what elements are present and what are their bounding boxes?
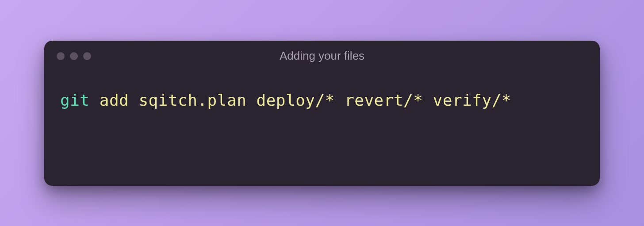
terminal-window: Adding your files git add sqitch.plan de… — [44, 41, 600, 186]
command-args: add sqitch.plan deploy/* revert/* verify… — [90, 91, 511, 109]
command-program: git — [60, 91, 90, 109]
close-icon[interactable] — [57, 52, 65, 60]
minimize-icon[interactable] — [70, 52, 78, 60]
titlebar: Adding your files — [44, 41, 600, 72]
maximize-icon[interactable] — [83, 52, 91, 60]
terminal-body[interactable]: git add sqitch.plan deploy/* revert/* ve… — [44, 72, 600, 186]
window-title: Adding your files — [280, 49, 364, 63]
traffic-lights — [57, 52, 91, 60]
